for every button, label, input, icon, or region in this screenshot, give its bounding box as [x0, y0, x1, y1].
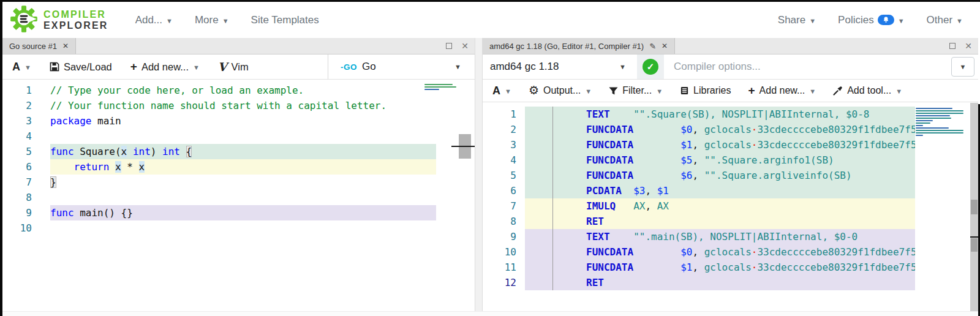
compiler-output-pane: amd64 gc 1.18 (Go, Editor #1, Compiler #…: [483, 38, 978, 316]
line-content: PCDATA $3, $1: [525, 183, 915, 198]
line-number: 5: [2, 144, 32, 159]
chevron-down-icon: ▼: [895, 88, 902, 95]
line-content: FUNCDATA $6, "".Square.argliveinfo(SB): [525, 168, 915, 183]
output-toolbar: A▼⚙Output...▼Filter...▼Libraries+Add new…: [483, 80, 978, 102]
code-line-1: 1 TEXT "".Square(SB), NOSPLIT|ABIInterna…: [483, 107, 978, 122]
font-size-label: A: [12, 61, 20, 73]
notification-bell-icon[interactable]: [878, 15, 894, 25]
compiler-select-value: amd64 gc 1.18: [490, 61, 559, 73]
nav-item-share[interactable]: Share▼: [778, 14, 816, 26]
source-add-new-button[interactable]: +Add new...▼: [130, 60, 200, 73]
chevron-down-icon: ▼: [585, 88, 592, 95]
line-content: // Type your code here, or load an examp…: [50, 83, 436, 98]
nav-item-policies[interactable]: Policies▼: [838, 14, 904, 26]
chevron-down-icon: ▼: [222, 17, 229, 24]
line-content: FUNCDATA $5, "".Square.arginfo1(SB): [525, 152, 915, 168]
tab-label: amd64 gc 1.18 (Go, Editor #1, Compiler #…: [489, 42, 644, 51]
line-number: 1: [2, 83, 32, 98]
compiler-select[interactable]: amd64 gc 1.18 ▼: [483, 55, 637, 79]
go-language-icon: -GO: [341, 62, 357, 72]
assembly-scrollbar[interactable]: [970, 103, 978, 316]
output-a-button[interactable]: A▼: [492, 85, 511, 97]
nav-item-label: Add...: [135, 14, 162, 26]
tab-compiler[interactable]: amd64 gc 1.18 (Go, Editor #1, Compiler #…: [483, 38, 675, 54]
close-icon[interactable]: ✕: [461, 42, 469, 50]
line-number: 2: [2, 98, 32, 113]
tab-go-source-1[interactable]: Go source #1 ✕: [2, 38, 76, 54]
output-filter-button[interactable]: Filter...▼: [609, 85, 663, 96]
nav-item-site-templates[interactable]: Site Templates: [251, 14, 319, 26]
bottom-strip: [2, 311, 978, 316]
source-vim-button[interactable]: VVim: [218, 60, 249, 73]
nav-item-add[interactable]: Add...▼: [135, 14, 173, 26]
output-add-tool-button[interactable]: Add tool...▼: [833, 85, 902, 96]
line-number: 7: [2, 175, 32, 190]
source-code-editor[interactable]: 1// Type your code here, or load an exam…: [2, 80, 475, 316]
compiler-options-input[interactable]: [664, 55, 950, 79]
close-icon[interactable]: ✕: [965, 42, 972, 50]
line-content: TEXT "".Square(SB), NOSPLIT|ABIInternal,…: [525, 107, 915, 122]
button-label: Libraries: [693, 85, 731, 96]
output-libraries-button[interactable]: Libraries: [680, 85, 731, 96]
line-number: 7: [483, 198, 525, 214]
assembly-minimap[interactable]: [916, 108, 968, 137]
rename-pencil-icon[interactable]: ✎: [649, 42, 656, 51]
nav-item-label: Site Templates: [251, 14, 319, 26]
compile-status: ✓: [637, 55, 664, 79]
button-label: Filter...: [622, 85, 652, 96]
output-add-new-button[interactable]: +Add new...▼: [748, 84, 816, 97]
line-content: return x * x: [50, 159, 436, 175]
plus-icon: +: [130, 60, 137, 73]
gear-logo-icon: [10, 5, 38, 36]
button-label: Add tool...: [847, 85, 891, 96]
source-minimap[interactable]: [424, 84, 458, 91]
nav-item-label: Other: [927, 14, 953, 26]
compiler-explorer-logo[interactable]: COMPILER EXPLORER: [10, 5, 108, 36]
line-content: // Your function name should start with …: [50, 98, 436, 113]
line-number: 8: [483, 214, 525, 229]
output-output-button[interactable]: ⚙Output...▼: [529, 85, 592, 97]
source-a-button[interactable]: A▼: [12, 61, 31, 73]
line-content: [50, 190, 436, 205]
line-number: 4: [2, 129, 32, 144]
pane-splitter[interactable]: [475, 38, 483, 316]
code-line-1: 1// Type your code here, or load an exam…: [2, 83, 475, 98]
line-number: 1: [483, 107, 525, 122]
code-line-12: 12 RET: [483, 275, 978, 290]
nav-item-more[interactable]: More▼: [195, 14, 229, 26]
maximize-icon[interactable]: [446, 43, 452, 49]
code-line-4: 4 FUNCDATA $5, "".Square.arginfo1(SB): [483, 152, 978, 168]
chevron-down-icon: ▼: [454, 63, 461, 70]
splitter-handle-line: [451, 146, 475, 147]
gutter-rule: [552, 107, 553, 290]
assembly-editor[interactable]: 1 TEXT "".Square(SB), NOSPLIT|ABIInterna…: [483, 103, 978, 316]
chevron-down-icon: ▼: [619, 63, 626, 70]
navbar-left-menu: Add...▼More▼Site Templates: [135, 14, 319, 26]
line-content: FUNCDATA $1, gclocals·33cdeccccebe80329f…: [525, 137, 915, 152]
maximize-icon[interactable]: [949, 43, 956, 49]
code-line-5: 5func Square(x int) int {: [2, 144, 475, 159]
nav-item-other[interactable]: Other▼: [927, 14, 963, 26]
button-label: Save/Load: [64, 61, 112, 73]
nav-item-label: Policies: [838, 14, 874, 26]
chevron-down-icon: ▼: [656, 88, 663, 95]
line-content: TEXT "".main(SB), NOSPLIT|ABIInternal, $…: [525, 229, 915, 244]
source-save-load-button[interactable]: Save/Load: [50, 61, 112, 73]
compile-ok-icon: ✓: [643, 59, 658, 75]
code-line-8: 8 RET: [483, 214, 978, 229]
button-label: Add new...: [760, 85, 805, 96]
language-label: Go: [362, 61, 376, 73]
tab-close-icon[interactable]: ✕: [662, 42, 668, 50]
line-content: [50, 129, 436, 144]
code-line-9: 9 TEXT "".main(SB), NOSPLIT|ABIInternal,…: [483, 229, 978, 244]
options-dropdown-button[interactable]: ▼: [951, 57, 974, 77]
line-number: 12: [483, 275, 525, 290]
line-number: 10: [483, 244, 525, 260]
tab-close-icon[interactable]: ✕: [62, 42, 69, 50]
button-label: Vim: [232, 61, 249, 73]
nav-item-label: More: [195, 14, 219, 26]
code-line-3: 3 FUNCDATA $1, gclocals·33cdeccccebe8032…: [483, 137, 978, 152]
language-select[interactable]: -GO Go ▼: [328, 55, 475, 79]
code-line-7: 7 IMULQ AX, AX: [483, 198, 978, 214]
line-content: func main() {}: [50, 205, 436, 220]
